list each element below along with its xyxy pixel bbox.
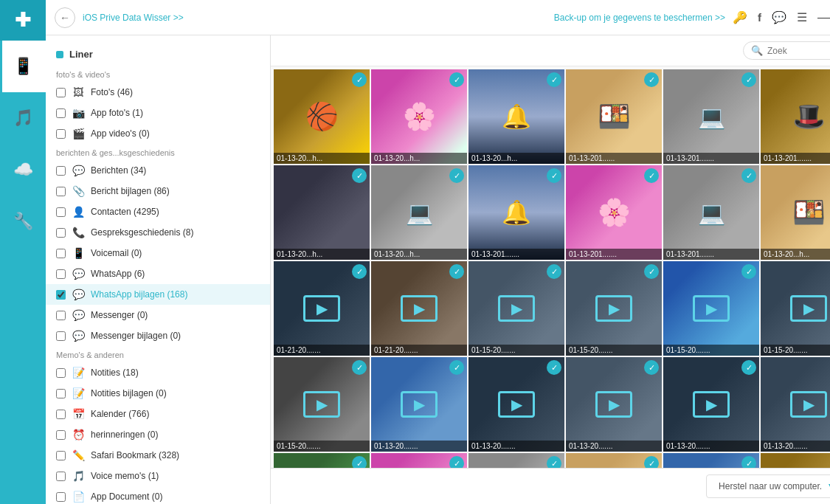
grid-item[interactable]: ✓: [566, 453, 662, 468]
menu-icon[interactable]: ☰: [797, 10, 807, 24]
search-input[interactable]: [767, 46, 830, 56]
sidebar-icon-phone[interactable]: 📱: [0, 41, 46, 92]
menu-item-app-videos[interactable]: 🎬 App video's (0): [46, 123, 270, 144]
link-data-wisser[interactable]: iOS Prive Data Wisser >>: [83, 13, 184, 23]
menu-item-herinneringen[interactable]: ⏰ herinneringen (0): [46, 424, 270, 445]
grid-row-1: 🏀 ✓ 01-13-20...h... 🌸 ✓ 01-13-20...h...: [274, 69, 830, 164]
checkbox-whatsapp[interactable]: [56, 269, 66, 279]
grid-item[interactable]: ▶ ✓ 01-15-20.......: [566, 261, 662, 356]
grid-item[interactable]: 💻 ✓ 01-13-20...h...: [371, 165, 467, 260]
check-icon: ✓: [644, 360, 659, 375]
checkbox-herinneringen[interactable]: [56, 430, 66, 440]
checkbox-messenger[interactable]: [56, 311, 66, 320]
grid-item[interactable]: ▶ ✓ 01-15-20.......: [663, 261, 759, 356]
checkbox-contacten[interactable]: [56, 207, 66, 217]
sidebar-icon-music[interactable]: 🎵: [0, 92, 46, 144]
checkbox-gespreksgeschiedenis[interactable]: [56, 228, 66, 238]
menu-item-voice-memos[interactable]: 🎵 Voice memo's (1): [46, 466, 270, 486]
menu-item-notities-bijlagen[interactable]: 📝 Notities bijlagen (0): [46, 383, 270, 404]
grid-item[interactable]: ✓: [371, 453, 467, 468]
menu-item-berichten[interactable]: 💬 Berichten (34): [46, 160, 270, 181]
menu-item-gespreksgeschiedenis[interactable]: 📞 Gespreksgeschiedenis (8): [46, 222, 270, 243]
back-button[interactable]: ←: [55, 7, 75, 28]
grid-item-label: 01-13-201.......: [468, 249, 564, 260]
check-icon: ✓: [741, 264, 756, 279]
checkbox-messenger-bijlagen[interactable]: [56, 331, 66, 341]
grid-item[interactable]: 🔔 ✓ 01-13-201.......: [468, 165, 564, 260]
minimize-button[interactable]: —: [817, 10, 830, 25]
grid-item[interactable]: ▶ ✓ 01-15-20.......: [274, 357, 370, 452]
sidebar-icon-tools[interactable]: 🔧: [0, 196, 46, 247]
grid-item[interactable]: ✓: [468, 453, 564, 468]
restore-button[interactable]: Herstel naar uw computer. ▼: [706, 474, 830, 498]
menu-item-messenger[interactable]: 💬 Messenger (0): [46, 305, 270, 325]
menu-item-app-fotos[interactable]: 📷 App foto's (1): [46, 103, 270, 123]
grid-item[interactable]: 🍱 ✓ 01-13-201......: [566, 69, 662, 164]
grid-item[interactable]: ▶ ✓ 01-21-20.......: [274, 261, 370, 356]
menu-item-safari-bookmark[interactable]: ✏️ Safari Bookmark (328): [46, 445, 270, 466]
panel-title: Liner: [69, 49, 93, 60]
checkbox-fotos[interactable]: [56, 88, 66, 97]
grid-item[interactable]: 🌸 ✓ 01-13-20...h...: [371, 69, 467, 164]
grid-item[interactable]: ✓ 01-13-20...h...: [274, 165, 370, 260]
grid-item-label: 01-13-20...h...: [468, 153, 564, 164]
checkbox-app-fotos[interactable]: [56, 108, 66, 118]
link-backup[interactable]: Back-up om je gegevens te beschermen >>: [554, 13, 725, 23]
grid-item[interactable]: ▶ ✓ 01-13-20.......: [566, 357, 662, 452]
label-gespreksgeschiedenis: Gespreksgeschiedenis (8): [91, 227, 260, 238]
right-panel: 🔍 🏀 ✓ 01-13-20...h...: [271, 35, 830, 504]
menu-item-kalender[interactable]: 📅 Kalender (766): [46, 404, 270, 424]
label-app-document: App Document (0): [91, 491, 260, 502]
grid-item[interactable]: ✓: [761, 453, 830, 468]
sidebar-icon-cloud[interactable]: ☁️: [0, 144, 46, 196]
checkbox-voice-memos[interactable]: [56, 472, 66, 481]
menu-item-bericht-bijlagen[interactable]: 📎 Bericht bijlagen (86): [46, 181, 270, 201]
icon-whatsapp-bijlagen: 💬: [72, 288, 85, 301]
grid-item[interactable]: ▶ ✓ 01-21-20.......: [371, 261, 467, 356]
check-icon: ✓: [352, 456, 367, 468]
menu-item-messenger-bijlagen[interactable]: 💬 Messenger bijlagen (0): [46, 325, 270, 346]
grid-item[interactable]: ▶ ✓ 01-13-20.......: [663, 357, 759, 452]
grid-item[interactable]: 💻 ✓ 01-13-201.......: [663, 69, 759, 164]
checkbox-bericht-bijlagen[interactable]: [56, 187, 66, 196]
search-icon: 🔍: [751, 45, 763, 56]
checkbox-kalender[interactable]: [56, 410, 66, 419]
checkbox-whatsapp-bijlagen[interactable]: [56, 290, 66, 300]
grid-item[interactable]: ✓: [274, 453, 370, 468]
icon-messenger: 💬: [72, 308, 85, 322]
menu-item-voicemail[interactable]: 📱 Voicemail (0): [46, 243, 270, 263]
grid-item-label: 01-13-201.......: [761, 153, 830, 164]
grid-item[interactable]: 🏀 ✓ 01-13-20...h...: [274, 69, 370, 164]
grid-item[interactable]: ▶ ✓ 01-15-20.......: [761, 261, 830, 356]
menu-item-contacten[interactable]: 👤 Contacten (4295): [46, 201, 270, 222]
check-icon: ✓: [449, 360, 464, 375]
menu-item-whatsapp-bijlagen[interactable]: 💬 WhatsApp bijlagen (168): [46, 284, 270, 305]
grid-item[interactable]: 🍱 ✓ 01-13-20...h...: [761, 165, 830, 260]
chat-icon[interactable]: 💬: [772, 10, 786, 24]
facebook-icon[interactable]: f: [758, 11, 761, 24]
menu-item-fotos[interactable]: 🖼 Foto's (46): [46, 82, 270, 103]
topbar-links: iOS Prive Data Wisser >> Back-up om je g…: [83, 13, 725, 23]
grid-item[interactable]: ▶ ✓ 01-13-20.......: [371, 357, 467, 452]
checkbox-voicemail[interactable]: [56, 249, 66, 258]
checkbox-safari-bookmark[interactable]: [56, 451, 66, 460]
grid-item[interactable]: 🎩 ✓ 01-13-201.......: [761, 69, 830, 164]
grid-item[interactable]: 🔔 ✓ 01-13-20...h...: [468, 69, 564, 164]
menu-item-whatsapp[interactable]: 💬 WhatsApp (6): [46, 263, 270, 284]
menu-item-notities[interactable]: 📝 Notities (18): [46, 362, 270, 383]
label-fotos: Foto's (46): [91, 87, 260, 97]
grid-item[interactable]: ▶ ✓ 01-15-20.......: [468, 261, 564, 356]
checkbox-notities-bijlagen[interactable]: [56, 389, 66, 398]
grid-item-label: 01-13-201.......: [663, 153, 759, 164]
grid-item[interactable]: 💻 ✓ 01-13-201.......: [663, 165, 759, 260]
grid-item[interactable]: ▶ ✓ 01-13-20.......: [761, 357, 830, 452]
menu-item-app-document[interactable]: 📄 App Document (0): [46, 486, 270, 504]
label-messenger: Messenger (0): [91, 310, 260, 320]
grid-item[interactable]: 🌸 ✓ 01-13-201.......: [566, 165, 662, 260]
checkbox-app-document[interactable]: [56, 492, 66, 502]
checkbox-app-videos[interactable]: [56, 129, 66, 139]
grid-item[interactable]: ▶ ✓ 01-13-20.......: [468, 357, 564, 452]
checkbox-berichten[interactable]: [56, 166, 66, 176]
checkbox-notities[interactable]: [56, 368, 66, 378]
grid-item[interactable]: ✓: [663, 453, 759, 468]
